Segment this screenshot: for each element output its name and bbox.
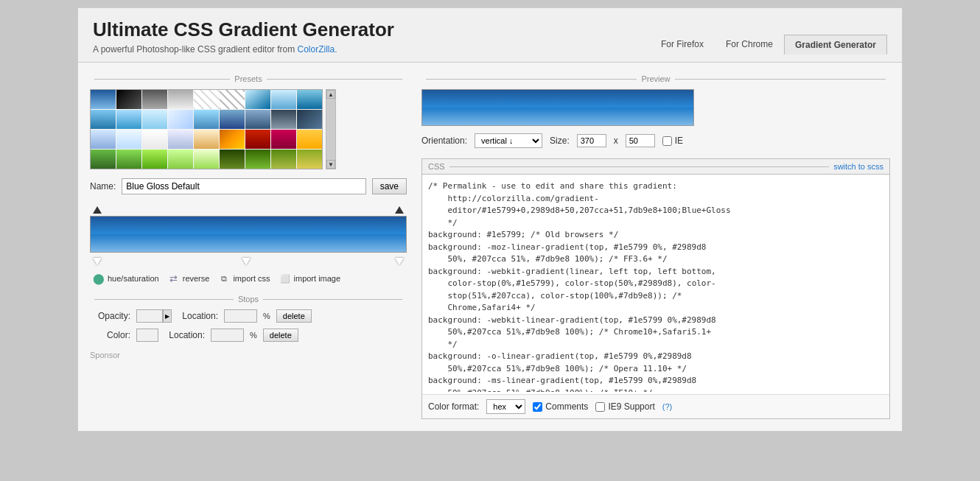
opacity-delete-btn[interactable]: delete <box>276 309 312 323</box>
preset-cell[interactable] <box>245 90 270 109</box>
opacity-location-input[interactable] <box>224 309 257 323</box>
preset-cell[interactable] <box>116 130 141 149</box>
preset-cell[interactable] <box>116 150 141 169</box>
preset-cell[interactable] <box>91 150 116 169</box>
preset-cell[interactable] <box>142 150 167 169</box>
preset-cell[interactable] <box>142 130 167 149</box>
presets-scrollbar[interactable]: ▲ ▼ <box>326 89 336 169</box>
stop-marker-bottom-right[interactable] <box>395 258 404 265</box>
reverse-btn[interactable]: ⇄ reverse <box>168 273 210 284</box>
presets-label: Presets <box>234 74 262 83</box>
preset-cell[interactable] <box>220 110 245 129</box>
preset-cell[interactable] <box>194 130 219 149</box>
import-image-icon: ⬜ <box>279 273 291 284</box>
preset-cell[interactable] <box>142 110 167 129</box>
comments-checkbox[interactable] <box>533 402 542 412</box>
scroll-up-btn[interactable]: ▲ <box>326 90 335 99</box>
preset-cell[interactable] <box>271 130 296 149</box>
switch-scss-link[interactable]: switch to scss <box>833 162 883 171</box>
preset-cell[interactable] <box>271 90 296 109</box>
size-separator: x <box>614 136 618 146</box>
preset-cell[interactable] <box>168 110 193 129</box>
preset-cell[interactable] <box>116 90 141 109</box>
stop-marker-top-right[interactable] <box>395 206 404 214</box>
preset-cell[interactable] <box>116 110 141 129</box>
stops-label: Stops <box>238 295 259 303</box>
preset-cell[interactable] <box>168 90 193 109</box>
gradient-bar[interactable] <box>90 216 407 253</box>
opacity-stepper[interactable]: ▶ <box>136 309 172 323</box>
preset-cell[interactable] <box>91 130 116 149</box>
ie-label: IE <box>662 136 683 146</box>
nav-item-gradient-generator[interactable]: Gradient Generator <box>784 35 887 55</box>
presets-container: ▲ ▼ <box>90 89 407 169</box>
presets-grid <box>90 89 323 169</box>
hue-saturation-btn[interactable]: ⬤ hue/saturation <box>93 273 159 284</box>
name-input[interactable] <box>122 178 365 194</box>
preset-cell[interactable] <box>245 130 270 149</box>
sponsor-label: Sponsor <box>90 351 407 359</box>
css-footer: Color format: hex rgb rgba Comments IE9 … <box>422 394 889 418</box>
preset-cell[interactable] <box>245 110 270 129</box>
ie9-help-link[interactable]: (?) <box>662 402 672 411</box>
color-label: Color: <box>90 330 130 340</box>
preset-cell[interactable] <box>297 110 322 129</box>
preset-cell[interactable] <box>297 90 322 109</box>
css-textarea[interactable]: /* Permalink - use to edit and share thi… <box>422 175 889 392</box>
preset-cell[interactable] <box>142 90 167 109</box>
orientation-select[interactable]: vertical ↓ horizontal → diagonal ↘ radia… <box>475 133 542 148</box>
stop-marker-bottom-middle[interactable] <box>242 258 251 265</box>
preset-cell[interactable] <box>194 110 219 129</box>
css-header-label: CSS <box>428 162 445 171</box>
ie9-label: IE9 Support <box>595 401 654 412</box>
color-delete-btn[interactable]: delete <box>263 329 298 342</box>
preset-cell[interactable] <box>194 150 219 169</box>
preset-cell[interactable] <box>245 150 270 169</box>
preset-cell[interactable] <box>297 150 322 169</box>
preset-cell[interactable] <box>194 90 219 109</box>
preset-cell[interactable] <box>271 150 296 169</box>
comments-label: Comments <box>533 401 588 412</box>
preset-cell[interactable] <box>91 90 116 109</box>
preset-cell[interactable] <box>220 90 245 109</box>
width-input[interactable] <box>577 134 606 147</box>
height-input[interactable] <box>626 134 655 147</box>
preset-cell[interactable] <box>220 130 245 149</box>
gradient-bar-container <box>90 203 407 267</box>
import-css-btn[interactable]: ⧉ import css <box>218 273 270 284</box>
nav-item-chrome[interactable]: For Chrome <box>715 34 784 55</box>
preset-cell[interactable] <box>168 150 193 169</box>
save-button[interactable]: save <box>372 178 407 194</box>
name-label: Name: <box>90 181 116 192</box>
nav-item-firefox[interactable]: For Firefox <box>650 34 715 55</box>
presets-section-header: Presets <box>90 74 407 83</box>
opacity-stepper-btn[interactable]: ▶ <box>163 309 172 323</box>
colorzilla-link[interactable]: ColorZilla. <box>298 44 337 55</box>
color-pct: % <box>250 331 257 340</box>
import-css-icon: ⧉ <box>218 273 230 284</box>
page-subtitle: A powerful Photoshop-like CSS gradient e… <box>93 44 394 55</box>
color-format-select[interactable]: hex rgb rgba <box>486 399 525 414</box>
stop-marker-top-left[interactable] <box>93 206 102 214</box>
hue-saturation-icon: ⬤ <box>93 273 105 284</box>
import-image-btn[interactable]: ⬜ import image <box>279 273 341 284</box>
stop-marker-bottom-left[interactable] <box>93 258 102 265</box>
color-row: Color: Location: % delete <box>90 329 407 342</box>
page-title: Ultimate CSS Gradient Generator <box>93 18 394 41</box>
opacity-input[interactable] <box>136 309 163 323</box>
ie9-checkbox[interactable] <box>595 402 605 412</box>
hue-saturation-label: hue/saturation <box>108 274 159 283</box>
css-header: CSS switch to scss <box>422 159 889 175</box>
preview-label: Preview <box>641 74 670 83</box>
color-swatch[interactable] <box>136 329 158 342</box>
left-panel: Presets <box>90 74 407 419</box>
preset-cell[interactable] <box>168 130 193 149</box>
color-location-input[interactable] <box>211 329 244 342</box>
preset-cell[interactable] <box>91 110 116 129</box>
preset-cell[interactable] <box>220 150 245 169</box>
preview-section-header: Preview <box>421 74 890 83</box>
scroll-down-btn[interactable]: ▼ <box>326 160 335 169</box>
preset-cell[interactable] <box>271 110 296 129</box>
preset-cell[interactable] <box>297 130 322 149</box>
ie-checkbox[interactable] <box>662 136 672 146</box>
